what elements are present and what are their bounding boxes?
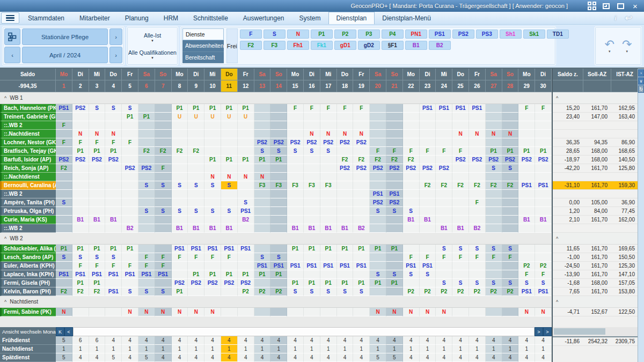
shift-cell[interactable]	[502, 173, 519, 181]
shift-cell[interactable]	[403, 130, 420, 138]
shift-cell[interactable]: N	[254, 173, 271, 181]
shift-cell[interactable]	[353, 147, 370, 156]
shift-cell[interactable]: PS2	[486, 156, 502, 164]
shift-cell[interactable]	[155, 113, 172, 121]
shift-cell[interactable]: S	[238, 198, 254, 207]
shift-cell[interactable]: F2	[353, 156, 370, 164]
shift-cell[interactable]: PS2	[72, 156, 89, 164]
shift-cell[interactable]: S	[105, 253, 122, 262]
shift-cell[interactable]	[469, 308, 486, 316]
shift-cell[interactable]: P1	[105, 147, 122, 156]
shift-cell[interactable]: P2	[535, 262, 552, 270]
shift-cell[interactable]: PS2	[353, 138, 370, 147]
shift-cell[interactable]: N	[72, 130, 89, 138]
shift-cell[interactable]: B1	[72, 216, 89, 224]
shift-cell[interactable]	[486, 216, 502, 224]
shift-cell[interactable]: P1	[370, 245, 386, 253]
shift-cell[interactable]	[502, 113, 519, 121]
shift-cell[interactable]: S	[56, 253, 72, 262]
shift-cell[interactable]: S	[204, 181, 221, 190]
shift-cell[interactable]: S	[56, 198, 72, 207]
shift-cell[interactable]	[420, 121, 436, 130]
shift-cell[interactable]	[304, 164, 320, 173]
shift-cell[interactable]	[138, 130, 155, 138]
shift-cell[interactable]	[304, 173, 320, 181]
category-abwesenheiten[interactable]: Abwesenheiten	[182, 40, 224, 51]
shift-cell[interactable]	[436, 207, 452, 216]
shift-cell[interactable]: F	[221, 253, 238, 262]
shift-cell[interactable]: PS1	[221, 245, 238, 253]
day-number-10[interactable]: 10	[204, 80, 221, 92]
shift-cell[interactable]	[172, 173, 188, 181]
shift-cell[interactable]: PS1	[535, 181, 552, 190]
shift-cell[interactable]: F	[469, 198, 486, 207]
shift-cell[interactable]	[535, 198, 552, 207]
shift-cell[interactable]	[72, 224, 89, 233]
shift-cell[interactable]: S	[403, 207, 420, 216]
shift-cell[interactable]: S	[320, 147, 337, 156]
shift-cell[interactable]	[469, 216, 486, 224]
shift-cell[interactable]: PS1	[155, 270, 172, 279]
shift-cell[interactable]: PS2	[204, 279, 221, 287]
unit-selector[interactable]: Stationäre Pflege	[22, 28, 108, 45]
shift-cell[interactable]: PS2	[270, 138, 287, 147]
shift-cell[interactable]	[320, 253, 337, 262]
shift-cell[interactable]: PS2	[287, 138, 304, 147]
undo-button[interactable]: ↶▼	[605, 39, 614, 53]
shift-cell[interactable]: F	[403, 253, 420, 262]
shift-cell[interactable]: F2	[386, 156, 403, 164]
employee-name[interactable]: Laplace, Inka (KPH)	[0, 270, 56, 279]
shift-cell[interactable]: F2	[403, 156, 420, 164]
shift-cell[interactable]	[172, 262, 188, 270]
shift-cell[interactable]: S	[370, 270, 386, 279]
shift-cell[interactable]: N	[56, 308, 72, 316]
shift-cell[interactable]	[518, 253, 535, 262]
shift-button-B2[interactable]: B2	[429, 41, 451, 50]
shift-cell[interactable]: B1	[287, 224, 304, 233]
shift-cell[interactable]	[535, 173, 552, 181]
menu-item-dienstplan[interactable]: Dienstplan	[328, 12, 375, 24]
shift-cell[interactable]	[420, 190, 436, 198]
shift-cell[interactable]: N	[155, 308, 172, 316]
shift-cell[interactable]: N	[420, 308, 436, 316]
menu-item-stammdaten[interactable]: Stammdaten	[20, 12, 72, 24]
shift-cell[interactable]	[188, 190, 204, 198]
shift-cell[interactable]: PS1	[370, 190, 386, 198]
shift-cell[interactable]: PS2	[403, 164, 420, 173]
day-header-20[interactable]: Sa	[370, 69, 386, 80]
shift-cell[interactable]: PS2	[386, 198, 403, 207]
shift-cell[interactable]: PS1	[304, 262, 320, 270]
shift-cell[interactable]	[238, 164, 254, 173]
shift-cell[interactable]	[320, 198, 337, 207]
shift-cell[interactable]	[172, 164, 188, 173]
shift-cell[interactable]: B1	[518, 216, 535, 224]
shift-cell[interactable]	[105, 224, 122, 233]
shift-cell[interactable]: P1	[535, 147, 552, 156]
shift-cell[interactable]	[287, 270, 304, 279]
shift-cell[interactable]	[518, 207, 535, 216]
shift-cell[interactable]	[304, 216, 320, 224]
shift-cell[interactable]: S	[287, 147, 304, 156]
shift-cell[interactable]: PS2	[353, 164, 370, 173]
shift-cell[interactable]	[452, 270, 469, 279]
restore-window-icon[interactable]	[602, 2, 611, 10]
shift-cell[interactable]: PS1	[436, 104, 452, 113]
shift-cell[interactable]: N	[204, 173, 221, 181]
shift-cell[interactable]	[320, 121, 337, 130]
shift-cell[interactable]: F2	[469, 181, 486, 190]
shift-cell[interactable]	[270, 130, 287, 138]
scroll-first-button[interactable]: K	[56, 327, 64, 336]
shift-cell[interactable]	[138, 224, 155, 233]
shift-cell[interactable]: S	[535, 279, 552, 287]
shift-cell[interactable]: S	[254, 147, 271, 156]
shift-cell[interactable]	[155, 198, 172, 207]
shift-cell[interactable]	[188, 130, 204, 138]
shift-cell[interactable]: N	[486, 130, 502, 138]
shift-button-P2[interactable]: P2	[334, 29, 356, 39]
shift-cell[interactable]: PS2	[452, 156, 469, 164]
shift-cell[interactable]	[469, 121, 486, 130]
day-header-18[interactable]: Do	[337, 69, 354, 80]
shift-cell[interactable]: PS1	[238, 245, 254, 253]
shift-cell[interactable]: S	[436, 245, 452, 253]
shift-cell[interactable]	[122, 253, 138, 262]
